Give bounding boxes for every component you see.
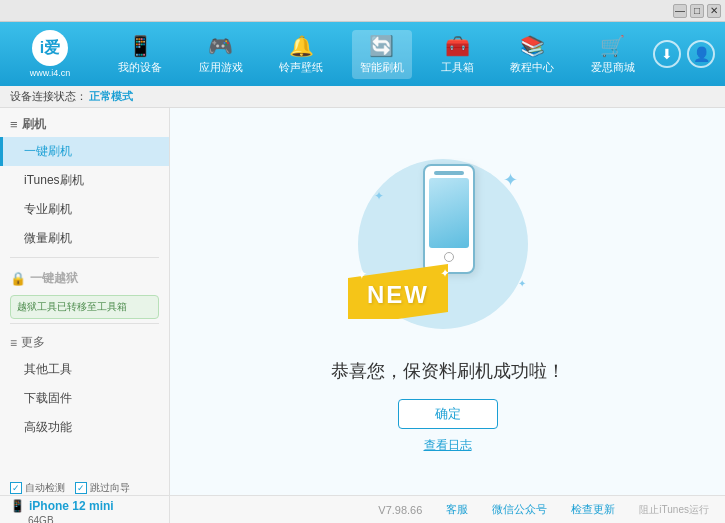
auto-detect-label: 自动检测 (25, 481, 65, 495)
auto-detect-checkbox[interactable]: ✓ 自动检测 (10, 481, 65, 495)
flash-section-icon: ≡ (10, 117, 18, 132)
pro-flash-label: 专业刷机 (24, 202, 72, 216)
logo-url: www.i4.cn (30, 68, 71, 78)
bottom-right-panel: V7.98.66 客服 微信公众号 检查更新 阻止iTunes运行 (170, 496, 725, 523)
jailbreak-warn-box: 越狱工具已转移至工具箱 (10, 295, 159, 319)
checkbox-bar: ✓ 自动检测 ✓ 跳过向导 (10, 481, 159, 495)
nav-apps-games[interactable]: 🎮 应用游戏 (191, 30, 251, 79)
auto-detect-check-icon: ✓ (10, 482, 22, 494)
bottom-left-panel: ✓ 自动检测 ✓ 跳过向导 📱 iPhone 12 mini 64GB Down… (0, 496, 170, 523)
title-bar: — □ ✕ (0, 0, 725, 22)
ribbon-star-right: ✦ (440, 265, 450, 280)
phone-screen (429, 178, 469, 248)
toolbox-icon: 🧰 (445, 34, 470, 58)
content-area: ✦ ✦ ✦ NEW ✦ ✦ 恭喜您，保资料刷机成功啦！ 确定 查看日志 (170, 108, 725, 495)
nav-right-buttons: ⬇ 👤 (653, 40, 725, 68)
jailbreak-section-label: 一键越狱 (30, 270, 78, 287)
ribbon-star-left: ✦ (356, 265, 368, 283)
version-text: V7.98.66 (378, 504, 422, 516)
ringtones-icon: 🔔 (289, 34, 314, 58)
sidebar-item-itunes-flash[interactable]: iTunes刷机 (0, 166, 169, 195)
jailbreak-warn-text: 越狱工具已转移至工具箱 (17, 301, 127, 312)
logo-icon: i爱 (32, 30, 68, 66)
sidebar-section-more: ≡ 更多 (0, 328, 169, 355)
sparkle-1: ✦ (503, 169, 518, 191)
nav-smart-flash[interactable]: 🔄 智能刷机 (352, 30, 412, 79)
sidebar-section-flash-label: 刷机 (22, 116, 46, 133)
advanced-label: 高级功能 (24, 420, 72, 434)
micro-flash-label: 微量刷机 (24, 231, 72, 245)
nav-items: 📱 我的设备 🎮 应用游戏 🔔 铃声壁纸 🔄 智能刷机 🧰 工具箱 📚 教程中心… (100, 30, 653, 79)
download-button[interactable]: ⬇ (653, 40, 681, 68)
one-key-flash-label: 一键刷机 (24, 144, 72, 158)
minimize-button[interactable]: — (673, 4, 687, 18)
success-text: 恭喜您，保资料刷机成功啦！ (331, 359, 565, 383)
bottom-area: ✓ 自动检测 ✓ 跳过向导 📱 iPhone 12 mini 64GB Down… (0, 495, 725, 523)
nav-toolbox-label: 工具箱 (441, 60, 474, 75)
pass-wizard-label: 跳过向导 (90, 481, 130, 495)
tutorial-icon: 📚 (520, 34, 545, 58)
smart-flash-icon: 🔄 (369, 34, 394, 58)
sidebar-section-flash: ≡ 刷机 (0, 108, 169, 137)
sidebar-section-jailbreak: 🔒 一键越狱 (0, 262, 169, 291)
check-update-link[interactable]: 检查更新 (571, 502, 615, 517)
sidebar-divider-2 (10, 323, 159, 324)
itunes-flash-label: iTunes刷机 (24, 173, 84, 187)
nav-mall[interactable]: 🛒 爱思商城 (583, 30, 643, 79)
sidebar-item-micro-flash[interactable]: 微量刷机 (0, 224, 169, 253)
phone-speaker (434, 171, 464, 175)
connection-label: 设备连接状态： (10, 89, 87, 104)
phone-illustration: ✦ ✦ ✦ NEW ✦ ✦ (358, 149, 538, 349)
main-layout: ≡ 刷机 一键刷机 iTunes刷机 专业刷机 微量刷机 🔒 一键越狱 越狱工具… (0, 108, 725, 495)
sidebar-item-other-tools[interactable]: 其他工具 (0, 355, 169, 384)
nav-toolbox[interactable]: 🧰 工具箱 (433, 30, 482, 79)
mall-icon: 🛒 (600, 34, 625, 58)
maximize-button[interactable]: □ (690, 4, 704, 18)
ribbon-new-text: NEW (367, 281, 429, 309)
phone-home-btn (444, 252, 454, 262)
sidebar-item-download-firmware[interactable]: 下载固件 (0, 384, 169, 413)
nav-ringtones[interactable]: 🔔 铃声壁纸 (271, 30, 331, 79)
pass-wizard-checkbox[interactable]: ✓ 跳过向导 (75, 481, 130, 495)
lock-icon: 🔒 (10, 271, 26, 286)
nav-my-device[interactable]: 📱 我的设备 (110, 30, 170, 79)
logo-area[interactable]: i爱 www.i4.cn (0, 22, 100, 86)
nav-tutorial[interactable]: 📚 教程中心 (502, 30, 562, 79)
confirm-button[interactable]: 确定 (398, 399, 498, 429)
sidebar-divider-1 (10, 257, 159, 258)
device-storage: 64GB (10, 515, 159, 524)
nav-apps-games-label: 应用游戏 (199, 60, 243, 75)
nav-ringtones-label: 铃声壁纸 (279, 60, 323, 75)
sidebar-item-pro-flash[interactable]: 专业刷机 (0, 195, 169, 224)
apps-games-icon: 🎮 (208, 34, 233, 58)
close-button[interactable]: ✕ (707, 4, 721, 18)
device-name-text: iPhone 12 mini (29, 499, 114, 513)
sidebar-item-advanced[interactable]: 高级功能 (0, 413, 169, 442)
pass-wizard-check-icon: ✓ (75, 482, 87, 494)
sparkle-3: ✦ (518, 278, 526, 289)
other-tools-label: 其他工具 (24, 362, 72, 376)
my-device-icon: 📱 (128, 34, 153, 58)
nav-mall-label: 爱思商城 (591, 60, 635, 75)
wechat-official-link[interactable]: 微信公众号 (492, 502, 547, 517)
device-info-panel: 📱 iPhone 12 mini 64GB Down-12mini-13,1 (10, 499, 159, 524)
nav-tutorial-label: 教程中心 (510, 60, 554, 75)
stop-itunes-link[interactable]: 阻止iTunes运行 (639, 503, 709, 517)
new-ribbon-container: NEW ✦ ✦ (348, 264, 458, 319)
view-log-link[interactable]: 查看日志 (424, 437, 472, 454)
device-name-row: 📱 iPhone 12 mini (10, 499, 159, 513)
sidebar: ≡ 刷机 一键刷机 iTunes刷机 专业刷机 微量刷机 🔒 一键越狱 越狱工具… (0, 108, 170, 495)
connection-status: 正常模式 (89, 89, 133, 104)
sparkle-2: ✦ (374, 189, 384, 203)
more-section-label: 更多 (21, 334, 45, 351)
phone-body (423, 164, 475, 274)
user-button[interactable]: 👤 (687, 40, 715, 68)
top-nav: i爱 www.i4.cn 📱 我的设备 🎮 应用游戏 🔔 铃声壁纸 🔄 智能刷机… (0, 22, 725, 86)
nav-smart-flash-label: 智能刷机 (360, 60, 404, 75)
nav-my-device-label: 我的设备 (118, 60, 162, 75)
more-section-icon: ≡ (10, 336, 17, 350)
download-firmware-label: 下载固件 (24, 391, 72, 405)
device-icon: 📱 (10, 499, 25, 513)
sidebar-item-one-key-flash[interactable]: 一键刷机 (0, 137, 169, 166)
customer-service-link[interactable]: 客服 (446, 502, 468, 517)
